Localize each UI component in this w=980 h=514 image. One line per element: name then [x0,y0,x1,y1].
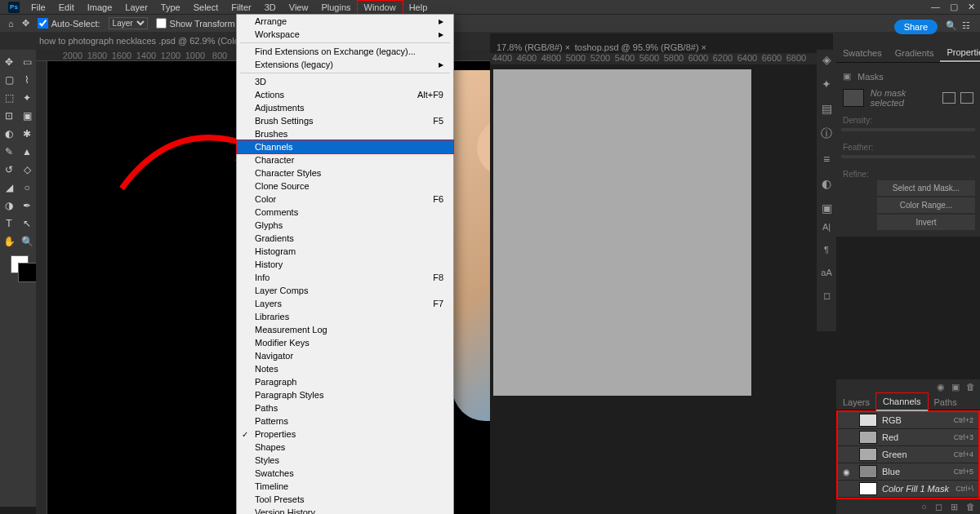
menu-navigator[interactable]: Navigator [237,349,453,362]
paragraph-icon[interactable]: ¶ [824,245,829,255]
blur-tool[interactable]: ○ [18,179,36,197]
minimize-icon[interactable]: — [931,2,940,12]
menu-clone-source[interactable]: Clone Source [237,179,453,193]
menu-histogram[interactable]: Histogram [237,245,453,258]
eye-icon[interactable]: ◉ [937,382,945,392]
menu-paragraph-styles[interactable]: Paragraph Styles [237,388,453,401]
channel-red[interactable]: RedCtrl+3 [838,429,978,446]
menu-3d-panel[interactable]: 3D [237,75,453,88]
menu-filter[interactable]: Filter [225,1,257,14]
hand-tool[interactable]: ✋ [0,233,18,250]
menu-styles[interactable]: Styles [237,454,453,467]
crop-tool[interactable]: ⊡ [0,107,18,125]
lasso-tool[interactable]: ⌇ [18,71,36,89]
menu-timeline[interactable]: Timeline [237,480,453,493]
menu-color[interactable]: ColorF6 [237,193,453,206]
select-mask-button[interactable]: Select and Mask... [877,180,975,196]
menu-char-styles[interactable]: Character Styles [237,166,453,179]
sparkle-icon[interactable]: ✦ [822,78,831,91]
menu-3d[interactable]: 3D [258,1,283,14]
menu-find-ext[interactable]: Find Extensions on Exchange (legacy)... [237,45,453,58]
menu-layer[interactable]: Layer [118,1,154,14]
menu-properties[interactable]: Properties [237,428,453,441]
pen-tool[interactable]: ✒ [18,197,36,215]
menu-modifier-keys[interactable]: Modifier Keys [237,336,453,349]
menu-window[interactable]: Window [358,1,403,14]
menu-tool-presets[interactable]: Tool Presets [237,493,453,506]
menu-arrange[interactable]: Arrange▶ [237,15,453,28]
menu-workspace[interactable]: Workspace▶ [237,28,453,41]
menu-comments[interactable]: Comments [237,206,453,219]
menu-measurement-log[interactable]: Measurement Log [237,323,453,336]
menu-swatches[interactable]: Swatches [237,467,453,480]
eyedropper-tool[interactable]: ◐ [0,125,18,143]
new-channel-icon[interactable]: ⊞ [951,502,958,512]
search-icon[interactable]: 🔍 [946,20,957,31]
tab-channels[interactable]: Channels [876,393,927,411]
feather-slider[interactable] [841,155,975,158]
workspace-icon[interactable]: ☷ [962,20,970,31]
menu-shapes[interactable]: Shapes [237,441,453,454]
menu-patterns[interactable]: Patterns [237,414,453,428]
menu-type[interactable]: Type [154,1,187,14]
zoom-tool[interactable]: 🔍 [18,233,36,250]
color-swatch[interactable] [11,255,29,273]
glyphs-icon[interactable]: aA [821,268,831,277]
auto-select-dropdown[interactable]: Layer [109,17,148,29]
tab-paths[interactable]: Paths [928,394,964,410]
history-brush-tool[interactable]: ↺ [0,161,18,179]
color-range-button[interactable]: Color Range... [877,197,975,213]
libraries-icon[interactable]: ▣ [822,202,832,215]
color-icon[interactable]: ◈ [822,53,831,66]
menu-info[interactable]: InfoF8 [237,271,453,284]
histogram-icon[interactable]: ▤ [822,102,832,115]
tab-properties[interactable]: Properties [940,44,980,62]
invert-button[interactable]: Invert [877,215,975,230]
menu-paths[interactable]: Paths [237,401,453,414]
menu-ext-legacy[interactable]: Extensions (legacy)▶ [237,58,453,71]
adjustments-icon[interactable]: ◐ [822,177,831,190]
stamp-tool[interactable]: ▲ [18,143,36,161]
menu-history[interactable]: History [237,258,453,271]
pixel-mask-icon[interactable] [942,92,956,104]
menu-view[interactable]: View [283,1,315,14]
home-icon[interactable]: ⌂ [8,19,14,29]
frame-tool[interactable]: ▣ [18,107,36,125]
load-selection-icon[interactable]: ○ [921,502,927,512]
tab-layers[interactable]: Layers [836,394,876,410]
healing-tool[interactable]: ✱ [18,125,36,143]
delete-channel-icon[interactable]: 🗑 [966,502,975,512]
cube-icon[interactable]: ◻ [823,290,831,301]
menu-version-history[interactable]: Version History [237,506,453,514]
maximize-icon[interactable]: ▢ [950,2,958,12]
menu-image[interactable]: Image [81,1,119,14]
menu-adjustments[interactable]: Adjustments [237,101,453,114]
channel-blue[interactable]: ◉BlueCtrl+5 [838,463,978,481]
move-tool-icon[interactable]: ✥ [22,18,29,29]
menu-brush-settings[interactable]: Brush SettingsF5 [237,114,453,127]
auto-select-checkbox[interactable]: Auto-Select: [38,18,100,29]
save-selection-icon[interactable]: ◻ [935,502,942,512]
gradient-tool[interactable]: ◢ [0,179,18,197]
menu-select[interactable]: Select [187,1,225,14]
channel-rgb[interactable]: RGBCtrl+2 [838,412,978,429]
artboard-tool[interactable]: ▭ [18,53,36,71]
menu-notes[interactable]: Notes [237,362,453,375]
info-icon[interactable]: ⓘ [821,126,832,141]
tab-swatches[interactable]: Swatches [836,45,889,61]
menu-edit[interactable]: Edit [52,1,81,14]
trash-icon[interactable]: 🗑 [966,382,975,392]
magic-wand-tool[interactable]: ✦ [18,89,36,107]
layers-icon[interactable]: ≡ [823,153,830,166]
tab-gradients[interactable]: Gradients [889,45,941,61]
marquee-tool[interactable]: ▢ [0,71,18,89]
menu-character[interactable]: Character [237,153,453,166]
close-icon[interactable]: ✕ [968,2,975,12]
path-tool[interactable]: ↖ [18,215,36,233]
channel-mask[interactable]: Color Fill 1 MaskCtrl+\ [838,481,978,498]
share-button[interactable]: Share [894,20,938,34]
character-icon[interactable]: A| [822,222,831,232]
type-tool[interactable]: T [0,215,18,233]
brush-tool[interactable]: ✎ [0,143,18,161]
vector-mask-icon[interactable] [960,92,973,104]
